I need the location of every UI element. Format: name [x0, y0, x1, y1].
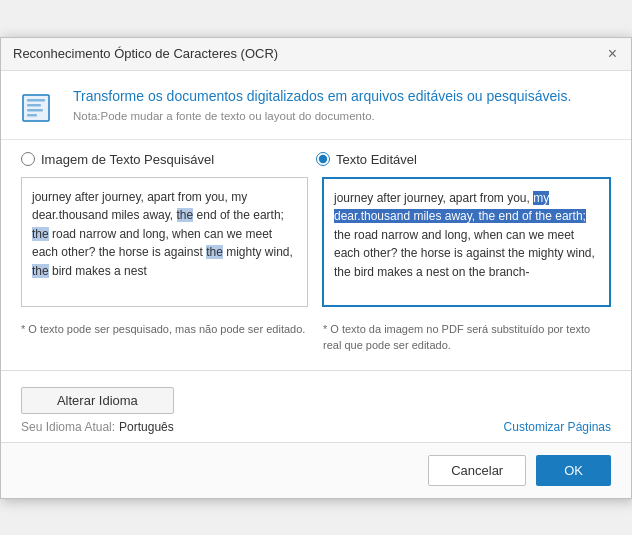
- close-button[interactable]: ×: [606, 46, 619, 62]
- current-language: Seu Idioma Atual: Português: [21, 420, 174, 434]
- cancel-button[interactable]: Cancelar: [428, 455, 526, 486]
- change-language-button[interactable]: Alterar Idioma: [21, 387, 174, 414]
- preview-left: journey after journey, apart from you, m…: [21, 177, 308, 307]
- language-section: Alterar Idioma Seu Idioma Atual: Portugu…: [1, 377, 631, 442]
- highlight-the-1: the: [177, 208, 194, 222]
- ocr-icon: [21, 89, 59, 127]
- footer-section: Cancelar OK: [1, 443, 631, 498]
- notes-section: * O texto pode ser pesquisado, mas não p…: [1, 317, 631, 364]
- option-searchable-image[interactable]: Imagem de Texto Pesquisável: [21, 152, 316, 167]
- dialog-title: Reconhecimento Óptico de Caracteres (OCR…: [13, 46, 278, 61]
- language-left: Alterar Idioma Seu Idioma Atual: Portugu…: [21, 387, 174, 434]
- header-note: Nota:Pode mudar a fonte de texto ou layo…: [73, 110, 571, 122]
- highlight-the-4: the: [32, 264, 49, 278]
- divider-1: [1, 370, 631, 371]
- current-lang-label: Seu Idioma Atual:: [21, 420, 115, 434]
- header-section: Transforme os documentos digitalizados e…: [1, 71, 631, 140]
- preview-right: journey after journey, apart from you, m…: [322, 177, 611, 307]
- svg-rect-4: [27, 114, 37, 117]
- header-text: Transforme os documentos digitalizados e…: [73, 87, 571, 123]
- radio-searchable[interactable]: [21, 152, 35, 166]
- note-right: * O texto da imagem no PDF será substitu…: [323, 321, 611, 354]
- ok-button[interactable]: OK: [536, 455, 611, 486]
- svg-rect-1: [27, 99, 45, 102]
- svg-rect-0: [23, 95, 49, 121]
- options-section: Imagem de Texto Pesquisável Texto Editáv…: [1, 140, 631, 173]
- option-editable-text[interactable]: Texto Editável: [316, 152, 611, 167]
- ocr-dialog: Reconhecimento Óptico de Caracteres (OCR…: [0, 37, 632, 499]
- svg-rect-2: [27, 104, 41, 107]
- customize-pages-link[interactable]: Customizar Páginas: [504, 420, 611, 434]
- option-searchable-label: Imagem de Texto Pesquisável: [41, 152, 214, 167]
- highlight-the-3: the: [206, 245, 223, 259]
- preview-section: journey after journey, apart from you, m…: [1, 173, 631, 317]
- highlight-the-2: the: [32, 227, 49, 241]
- preview-right-text: journey after journey, apart from you, m…: [334, 191, 595, 279]
- preview-left-text: journey after journey, apart from you, m…: [32, 190, 293, 278]
- current-lang-value: Português: [119, 420, 174, 434]
- header-title: Transforme os documentos digitalizados e…: [73, 87, 571, 107]
- svg-rect-3: [27, 109, 43, 112]
- highlight-block: my dear.thousand miles away, the end of …: [334, 191, 586, 224]
- title-bar: Reconhecimento Óptico de Caracteres (OCR…: [1, 38, 631, 71]
- note-left: * O texto pode ser pesquisado, mas não p…: [21, 321, 309, 354]
- option-editable-label: Texto Editável: [336, 152, 417, 167]
- radio-editable[interactable]: [316, 152, 330, 166]
